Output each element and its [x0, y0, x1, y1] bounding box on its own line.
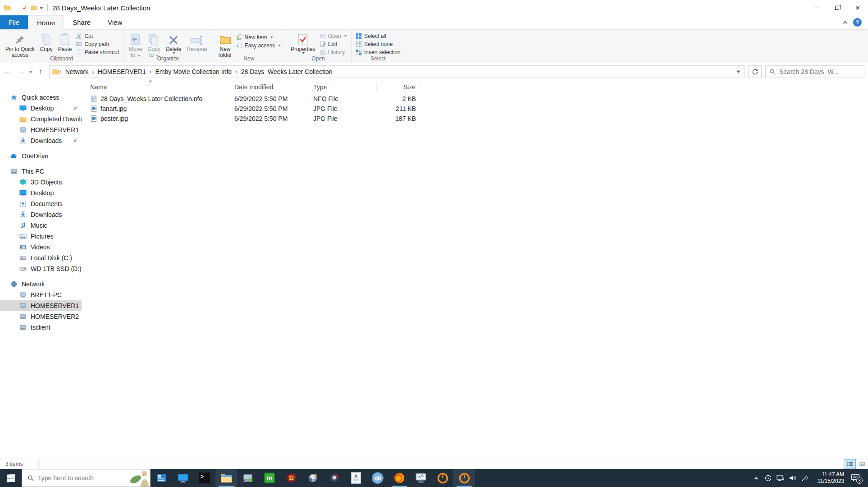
sidebar-item-quick-access[interactable]: Quick access	[0, 92, 82, 103]
sidebar-item-tsclient[interactable]: tsclient	[0, 322, 82, 333]
app-orb-dark-icon[interactable]	[324, 469, 345, 487]
easy-access-button[interactable]: Easy access	[235, 41, 282, 50]
customize-qat-chevron-icon[interactable]	[40, 4, 42, 12]
sidebar-item-wd-ssd-d[interactable]: WD 1TB SSD (D:)	[0, 263, 82, 274]
forward-button[interactable]: →	[16, 67, 26, 76]
restore-button[interactable]	[827, 0, 847, 15]
edit-button[interactable]: Edit	[318, 40, 348, 48]
search-highlight-image[interactable]	[129, 469, 150, 487]
column-header-date-modified[interactable]: Date modified	[230, 83, 309, 92]
breadcrumb-emby-movie-collection-info[interactable]: Emby Movie Collection Info	[151, 68, 235, 75]
sidebar-item-videos[interactable]: Videos	[0, 242, 82, 253]
close-button[interactable]: ×	[847, 0, 868, 15]
sidebar-item-homeserver2[interactable]: HOMESERVER2	[0, 311, 82, 322]
select-all-button[interactable]: Select all	[354, 32, 402, 40]
pin-to-quick-access-button[interactable]: Pin to Quick access	[3, 31, 37, 59]
new-folder-button[interactable]: New folder	[216, 31, 235, 59]
file-explorer-app-icon[interactable]	[215, 469, 237, 487]
sidebar-item-completed-downloads[interactable]: Completed Downloa	[0, 114, 82, 124]
sidebar-item-music[interactable]: Music	[0, 220, 82, 231]
breadcrumb-current-folder[interactable]: 28 Days_Weeks Later Collection	[238, 68, 336, 75]
search-input[interactable]	[779, 68, 860, 75]
folder-quick-icon[interactable]	[31, 5, 37, 11]
sidebar-item-desktop[interactable]: Desktop	[0, 188, 82, 198]
tab-share[interactable]: Share	[64, 15, 99, 29]
move-to-button[interactable]: Move to	[126, 31, 145, 59]
sidebar-item-homeserver1[interactable]: HOMESERVER1	[0, 300, 82, 311]
column-header-size[interactable]: Size	[377, 83, 420, 92]
open-button[interactable]: Open	[318, 32, 348, 40]
breadcrumb-network[interactable]: Network	[62, 68, 92, 75]
address-dropdown-icon[interactable]	[732, 70, 744, 74]
file-row[interactable]: poster.jpg 6/29/2022 5:50 PM JPG File 18…	[82, 114, 868, 124]
tab-home[interactable]: Home	[28, 15, 64, 30]
copy-button[interactable]: Copy	[37, 31, 55, 53]
search-box[interactable]	[765, 65, 864, 78]
sidebar-item-this-pc[interactable]: This PC	[0, 166, 82, 177]
cut-button[interactable]: Cut	[74, 32, 120, 40]
refresh-button[interactable]	[748, 65, 762, 78]
remote-desktop-app-icon[interactable]	[237, 469, 259, 487]
up-button[interactable]: ↑	[36, 67, 46, 76]
hidden-icons-chevron-icon[interactable]	[750, 469, 762, 487]
irfanview-app-icon[interactable]: 32	[280, 469, 302, 487]
task-manager-app-icon[interactable]	[410, 469, 432, 487]
collapse-ribbon-icon[interactable]	[844, 18, 847, 27]
tab-view[interactable]: View	[99, 15, 131, 29]
column-header-type[interactable]: Type	[309, 83, 377, 92]
paste-button[interactable]: Paste	[55, 31, 75, 53]
sidebar-item-homeserver1-pinned[interactable]: HOMESERVER1	[0, 124, 82, 135]
back-button[interactable]: ←	[3, 67, 13, 76]
firefox-app-icon[interactable]	[388, 469, 410, 487]
pen-tray-icon[interactable]	[799, 469, 811, 487]
sidebar-item-local-disk-c[interactable]: Local Disk (C:)	[0, 253, 82, 263]
column-header-name[interactable]: Name	[82, 83, 230, 92]
tab-file[interactable]: File	[0, 15, 28, 29]
sidebar-item-downloads-pinned[interactable]: Downloads	[0, 135, 82, 146]
computer-app-icon[interactable]	[172, 469, 194, 487]
properties-button[interactable]: Properties	[288, 31, 318, 55]
help-icon[interactable]: ?	[853, 18, 862, 27]
sync-tray-icon[interactable]	[762, 469, 774, 487]
timer-app-icon-2[interactable]	[453, 469, 475, 487]
start-button[interactable]	[0, 469, 22, 487]
address-box[interactable]: › Network › HOMESERVER1 › Emby Movie Col…	[49, 65, 745, 78]
sidebar-item-desktop-pinned[interactable]: Desktop	[0, 103, 82, 114]
qbittorrent-app-icon[interactable]: qb	[367, 469, 388, 487]
sidebar-item-pictures[interactable]: Pictures	[0, 231, 82, 242]
large-icons-view-button[interactable]	[856, 459, 868, 469]
rename-button[interactable]: Rename	[184, 31, 210, 53]
minimize-button[interactable]	[806, 0, 827, 15]
network-tray-icon[interactable]	[774, 469, 786, 487]
action-center-button[interactable]: 3	[846, 469, 865, 487]
taskbar-search-box[interactable]	[22, 469, 151, 487]
nfo-file-icon	[90, 95, 97, 102]
taskbar-search-input[interactable]	[38, 474, 126, 482]
select-none-button[interactable]: Select none	[354, 40, 402, 48]
sidebar-item-onedrive[interactable]: OneDrive	[0, 151, 82, 161]
sidebar-item-brett-pc[interactable]: BRETT-PC	[0, 289, 82, 300]
breadcrumb-homeserver1[interactable]: HOMESERVER1	[94, 68, 150, 75]
sidebar-item-3d-objects[interactable]: 3D Objects	[0, 177, 82, 188]
delete-button[interactable]: Delete	[163, 31, 184, 55]
wordpad-app-icon[interactable]: A	[345, 469, 367, 487]
sidebar-item-downloads[interactable]: Downloads	[0, 209, 82, 220]
file-row[interactable]: 28 Days_Weeks Later Collection.nfo 6/29/…	[82, 94, 868, 104]
command-prompt-app-icon[interactable]: >_	[194, 469, 215, 487]
properties-quick-icon[interactable]	[21, 5, 27, 11]
sidebar-item-network[interactable]: Network	[0, 279, 82, 289]
file-row[interactable]: fanart.jpg 6/29/2022 5:50 PM JPG File 21…	[82, 104, 868, 114]
mediamonkey-app-icon[interactable]: m	[259, 469, 280, 487]
copy-to-button[interactable]: Copy to	[145, 31, 163, 59]
recent-locations-chevron-icon[interactable]	[30, 68, 32, 76]
new-item-button[interactable]: New item	[235, 33, 282, 41]
taskbar-clock[interactable]: 11:47 AM 11/15/2023	[811, 471, 846, 485]
details-view-button[interactable]	[844, 459, 856, 469]
timer-app-icon-1[interactable]	[432, 469, 453, 487]
sidebar-item-documents[interactable]: Documents	[0, 198, 82, 209]
volume-tray-icon[interactable]	[786, 469, 799, 487]
app-orb-gray-icon[interactable]	[302, 469, 324, 487]
downloads-icon	[19, 137, 27, 144]
copy-path-button[interactable]: Copy path	[74, 40, 120, 48]
system-info-app-icon[interactable]	[151, 469, 172, 487]
